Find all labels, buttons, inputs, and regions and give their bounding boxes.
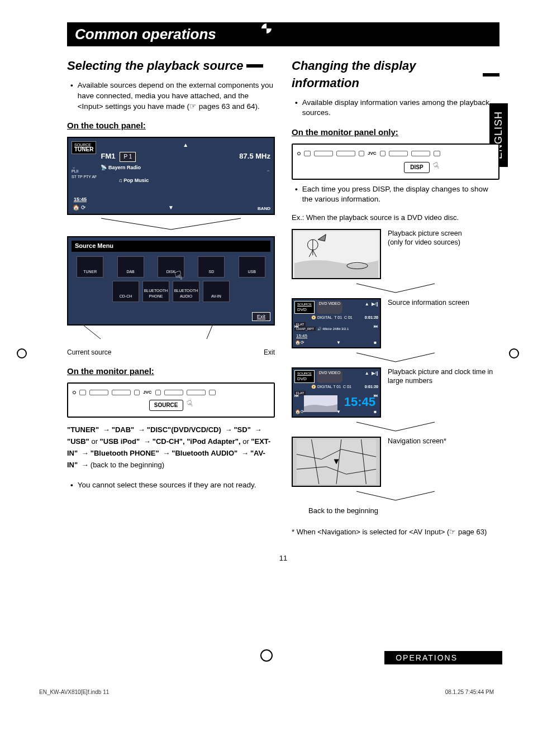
example-label: Ex.: When the playback source is a DVD v… [292,213,499,223]
navigation-thumb [292,437,381,487]
screen-desc-2: Source information screen [388,298,469,307]
screen-desc-4: Navigation screen* [388,437,446,446]
svg-line-1 [171,218,241,229]
source-item[interactable]: DAB [117,256,144,277]
touch-panel-heading: On the touch panel: [67,119,275,131]
hand-cursor-icon: ☟ [185,398,195,411]
heading-change-display: Changing the display information [292,58,499,92]
disp-button[interactable]: DISP [404,162,429,173]
svg-line-20 [396,491,435,500]
back-to-beginning: Back to the beginning [308,506,499,516]
footnote: * When <Navigation> is selected for <AV … [292,527,499,537]
source-menu-screenshot: Source Menu TUNERDABDISKSDUSB CD-CHBLUET… [67,236,275,326]
screen-desc-1: Playback picture screen (only for video … [388,229,462,247]
svg-line-13 [396,353,435,362]
monitor-panel-diagram-left: JVC SOURCE ☟ [67,382,275,418]
left-column: Selecting the playback source Available … [67,58,275,537]
tuner-screenshot: SOURCE TUNER ▲ FM1 P 1 87.5 MHz 📡 Bayern… [67,137,275,215]
playback-picture-thumb [292,229,381,279]
svg-line-19 [356,491,396,500]
intro-bullet-left: Available sources depend on the external… [70,80,275,112]
monitor-panel-diagram-right: JVC DISP ☟ [292,143,499,179]
svg-line-11 [396,284,435,293]
monitor-panel-heading-right: On the monitor panel only: [292,126,499,138]
divider-arrows [67,217,275,232]
callout-current-source: Current source [67,348,111,357]
screen-desc-3: Playback picture and clock time in large… [388,367,499,386]
source-button[interactable]: SOURCE [149,400,183,411]
source-info-thumb: SOURCEDVDDVD VIDEO▲▶/‖ 📀 DIGITAL T 01 C … [292,298,381,348]
source-item[interactable]: AV-IN [203,281,230,302]
svg-line-15 [356,422,396,431]
heading-select-source: Selecting the playback source [67,58,275,75]
source-item[interactable]: TUNER [77,256,103,277]
print-footer: EN_KW-AVX810[E]f.indb 11 08.1.25 7:45:44… [0,689,533,695]
monitor-panel-heading-left: On the monitor panel: [67,365,275,377]
source-item[interactable]: CD-CH [112,281,139,302]
svg-line-12 [356,353,396,362]
exit-button[interactable]: Exit [252,312,270,322]
page-title: Common operations [67,22,499,46]
svg-line-16 [396,422,435,431]
hand-cursor-icon: ☟ [432,160,441,173]
callout-arrows [67,326,275,344]
source-item[interactable]: SD [198,256,225,277]
section-footer: OPERATIONS [384,651,502,664]
svg-line-0 [101,218,171,229]
large-clock-thumb: SOURCEDVDDVD VIDEO▲▶/‖ 📀 DIGITAL T 01 C … [292,367,381,418]
callout-exit: Exit [264,348,275,357]
page-number: 11 [67,554,499,562]
disp-note: Each time you press DISP, the display ch… [295,184,499,205]
source-item[interactable]: BLUETOOTH PHONE [142,281,169,302]
source-cycle-sequence: "TUNER" →"DAB" →"DISC"(DVD/VCD/CD) →"SD"… [67,424,275,471]
intro-bullet-right: Available display information varies amo… [295,98,499,119]
svg-line-2 [84,326,101,339]
source-item[interactable]: USB [239,256,265,277]
svg-line-3 [207,326,212,339]
note-bullet-left: You cannot select these sources if they … [70,480,275,491]
right-column: Changing the display information Availab… [292,58,499,537]
svg-line-10 [356,284,396,293]
